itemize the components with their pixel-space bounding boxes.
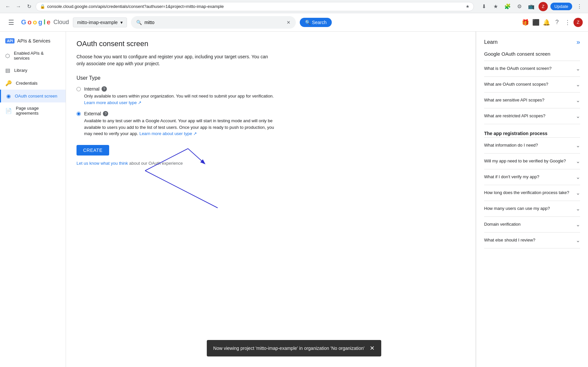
cloud-shell-icon[interactable]: ⬛ — [531, 18, 541, 27]
app-reg-faq-item-0[interactable]: What information do I need? ⌄ — [484, 137, 580, 153]
faq-item-0[interactable]: What is the OAuth consent screen? ⌄ — [484, 61, 580, 76]
feedback-link-row: Let us know what you think about our OAu… — [77, 161, 465, 166]
app-reg-faq-chevron-3: ⌄ — [576, 190, 580, 196]
reload-button[interactable]: ↻ — [25, 3, 33, 11]
clear-search-icon[interactable]: ✕ — [287, 20, 291, 25]
faq-item-2[interactable]: What are sensitive API scopes? ⌄ — [484, 92, 580, 108]
app-reg-faq-question-1: Will my app need to be verified by Googl… — [484, 158, 573, 164]
internal-learn-more-link[interactable]: Learn more about user type ↗ — [84, 100, 141, 105]
more-options-icon[interactable]: ⋮ — [563, 18, 572, 27]
internal-radio[interactable] — [77, 87, 81, 91]
project-selector[interactable]: mitto-imap-example ▾ — [73, 17, 127, 27]
sidebar-item-label: Page usage agreements — [16, 106, 60, 116]
internal-label: Internal — [84, 86, 100, 92]
app-reg-faq-question-6: What else should I review? — [484, 237, 573, 243]
feedback-suffix: about our OAuth experience — [129, 161, 183, 166]
address-bar[interactable]: 🔒 console.cloud.google.com/apis/credenti… — [36, 2, 474, 11]
app-reg-faq-item-2[interactable]: What if I don't verify my app? ⌄ — [484, 169, 580, 185]
collapse-panel-button[interactable]: » — [576, 38, 580, 46]
faq-question-1: What are OAuth consent scopes? — [484, 81, 573, 87]
downloads-icon[interactable]: ⬇ — [479, 2, 488, 11]
extension-icon[interactable]: 🧩 — [503, 2, 512, 11]
app-reg-faq-item-5[interactable]: Domain verification ⌄ — [484, 216, 580, 232]
internal-help-icon[interactable]: ? — [102, 86, 107, 92]
notifications-icon[interactable]: 🔔 — [542, 18, 551, 27]
sidebar-item-enabled-apis[interactable]: ⬡ Enabled APIs & services — [0, 47, 66, 64]
user-avatar[interactable]: Z — [539, 2, 548, 11]
back-button[interactable]: ← — [4, 3, 12, 11]
app-reg-faq-chevron-1: ⌄ — [576, 158, 580, 164]
sidebar-item-oauth-consent[interactable]: ◉ OAuth consent screen — [0, 90, 66, 102]
external-radio-item: External ? Available to any test user wi… — [77, 111, 465, 137]
faq-chevron-2: ⌄ — [576, 97, 580, 103]
external-link-icon: ↗ — [138, 100, 141, 105]
sidebar-item-credentials[interactable]: 🔑 Credentials — [0, 77, 66, 90]
faq-list: What is the OAuth consent screen? ⌄ What… — [484, 61, 580, 124]
search-btn-icon: 🔍 — [305, 20, 311, 25]
sidebar-item-label: Enabled APIs & services — [14, 51, 60, 61]
sidebar-header: API APIs & Services — [0, 34, 66, 47]
google-oauth-section-title: Google OAuth consent screen — [484, 51, 580, 57]
internal-radio-item: Internal ? Only available to users withi… — [77, 86, 465, 106]
app-reg-faq-item-1[interactable]: Will my app need to be verified by Googl… — [484, 153, 580, 169]
faq-item-1[interactable]: What are OAuth consent scopes? ⌄ — [484, 76, 580, 92]
external-desc: Available to any test user with a Google… — [84, 118, 275, 137]
app-reg-faq-chevron-4: ⌄ — [576, 206, 580, 212]
faq-question-3: What are restricted API scopes? — [484, 113, 573, 119]
page-description: Choose how you want to configure and reg… — [77, 53, 274, 67]
create-button[interactable]: CREATE — [77, 145, 109, 155]
internal-desc: Only available to users within your orga… — [84, 93, 275, 106]
app-reg-faq-item-4[interactable]: How many users can use my app? ⌄ — [484, 201, 580, 216]
sidebar-item-label: OAuth consent screen — [15, 94, 57, 99]
app-reg-faq-question-3: How long does the verification process t… — [484, 190, 573, 196]
app-reg-faq-item-6[interactable]: What else should I review? ⌄ — [484, 232, 580, 248]
external-label: External — [84, 111, 101, 116]
user-type-section-title: User Type — [77, 75, 465, 81]
credentials-icon: 🔑 — [5, 80, 12, 86]
snackbar-text: Now viewing project 'mitto-imap-example'… — [213, 346, 365, 351]
external-option-content: External ? Available to any test user wi… — [84, 111, 275, 137]
dropdown-chevron-icon: ▾ — [120, 20, 123, 25]
svg-line-2 — [145, 171, 218, 208]
gift-icon[interactable]: 🎁 — [521, 18, 530, 27]
app-reg-faq-question-0: What information do I need? — [484, 142, 573, 148]
external-link-icon2: ↗ — [193, 131, 197, 136]
app-reg-faq-question-5: Domain verification — [484, 221, 573, 227]
url-text: console.cloud.google.com/apis/credential… — [47, 4, 464, 9]
cast-icon[interactable]: 📺 — [527, 2, 536, 11]
gc-header: ☰ G o o g l e Cloud mitto-imap-example ▾… — [0, 13, 588, 32]
page-usage-icon: 📄 — [5, 108, 12, 114]
extension2-icon[interactable]: ⚙ — [515, 2, 524, 11]
feedback-link[interactable]: Let us know what you think — [77, 161, 128, 166]
faq-chevron-1: ⌄ — [576, 81, 580, 88]
api-badge: API — [5, 38, 15, 43]
sidebar: API APIs & Services ⬡ Enabled APIs & ser… — [0, 32, 66, 367]
user-account-avatar[interactable]: Z — [573, 18, 583, 27]
search-input[interactable] — [144, 20, 284, 25]
right-panel-title: Learn — [484, 39, 498, 45]
bookmark-icon[interactable]: ★ — [491, 2, 500, 11]
browser-action-icons: ⬇ ★ 🧩 ⚙ 📺 Z Update ⋮ — [479, 2, 584, 11]
faq-item-3[interactable]: What are restricted API scopes? ⌄ — [484, 108, 580, 124]
search-bar[interactable]: 🔍 ✕ — [131, 16, 296, 29]
gc-logo[interactable]: G o o g l e Cloud — [21, 18, 69, 26]
project-name: mitto-imap-example — [77, 20, 118, 25]
more-menu-icon[interactable]: ⋮ — [575, 2, 584, 11]
snackbar-close-button[interactable]: ✕ — [370, 345, 375, 352]
external-radio[interactable] — [77, 112, 81, 116]
internal-label-row: Internal ? — [84, 86, 275, 92]
external-learn-more-link[interactable]: Learn more about user type ↗ — [139, 131, 197, 136]
sidebar-item-page-usage[interactable]: 📄 Page usage agreements — [0, 102, 66, 119]
hamburger-menu-button[interactable]: ☰ — [5, 16, 17, 28]
external-help-icon[interactable]: ? — [103, 111, 108, 116]
internal-option-content: Internal ? Only available to users withi… — [84, 86, 275, 106]
update-button[interactable]: Update — [550, 3, 572, 10]
sidebar-item-library[interactable]: ▤ Library — [0, 64, 66, 77]
forward-button[interactable]: → — [15, 3, 22, 11]
help-icon[interactable]: ? — [552, 18, 562, 27]
search-button[interactable]: 🔍 Search — [300, 18, 332, 27]
gc-header-icons: 🎁 ⬛ 🔔 ? ⋮ Z — [521, 18, 583, 27]
app-reg-section-title: The app registration process — [484, 131, 580, 136]
gc-logo-text: Cloud — [52, 19, 69, 26]
app-reg-faq-item-3[interactable]: How long does the verification process t… — [484, 185, 580, 201]
